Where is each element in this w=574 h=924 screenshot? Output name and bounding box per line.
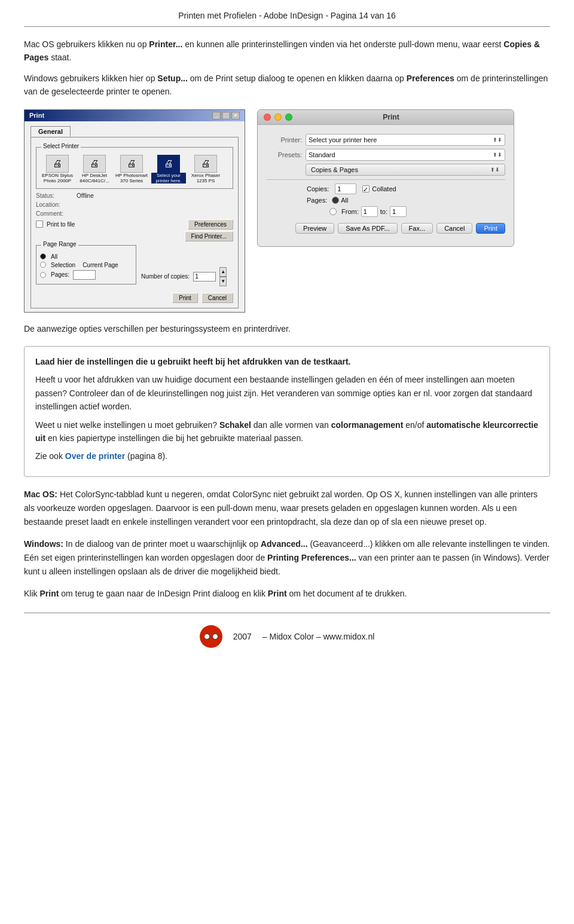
mac-copies-pages-row: Copies & Pages ⬆⬇ [266,164,505,176]
printer-item-5[interactable]: 🖨 Xerox Phaser 1235 PS [188,155,223,183]
macos-section: Mac OS: Het ColorSync-tabblad kunt u neg… [24,488,550,529]
mac-printer-select[interactable]: Select your printer here ⬆⬇ [306,134,505,146]
win-status-val: Offline [77,192,94,199]
printer-name-3: HP Photosmart 370 Series [114,173,149,183]
printer-name-4: Select your printer here. [151,173,186,183]
intro-preferences-bold: Preferences [407,74,454,83]
mac-copies-pages-val: Copies & Pages [311,166,358,173]
win-panel: Select Printer 🖨 EPSON Stylus Photo 2000… [30,137,239,308]
win-copies-up-btn[interactable]: ▲ [219,267,227,277]
info-schakel-bold: Schakel [219,420,251,430]
win-pages-input[interactable] [73,270,96,280]
mac-from-radio[interactable] [329,208,337,215]
footer-divider [24,613,550,613]
win-select-printer-group: Select Printer 🖨 EPSON Stylus Photo 2000… [36,147,233,189]
win-print-to-file-checkbox[interactable] [36,221,43,228]
mac-dialog-body: Printer: Select your printer here ⬆⬇ Pre… [258,125,514,240]
win-pages-radio[interactable] [40,272,46,278]
win-minimize-btn[interactable]: _ [212,112,221,120]
printer-icon-2: 🖨 [83,155,106,173]
mac-from-label: From: [341,208,359,215]
win-all-radio[interactable] [40,253,46,259]
mac-from-to-row: From: to: [307,206,505,217]
printer-icon-1: 🖨 [46,155,69,173]
footer: 2007 – Midox Color – www.midox.nl [24,619,550,657]
windows-print-dialog: Print _ □ × General Select Printer [24,109,245,313]
win-cancel-btn[interactable]: Cancel [201,293,233,303]
win-action-btns-row: Print Cancel [36,293,233,303]
printer-item-3[interactable]: 🖨 HP Photosmart 370 Series [114,155,149,183]
printer-icons-row: 🖨 EPSON Stylus Photo 2000P 🖨 HP DeskJet … [40,155,229,183]
mac-all-label: All [341,197,348,204]
win-num-copies-row: Number of copies: ▲ ▼ [141,267,233,286]
windows-bold-label: Windows: [24,539,63,549]
mac-action-btns-row: Preview Save As PDF... Fax... Cancel Pri… [266,223,505,234]
win-dialog-title: Print [29,112,44,119]
mac-printer-label: Printer: [266,136,302,143]
mac-presets-row: Presets: Standard ⬆⬇ [266,149,505,161]
mac-close-btn[interactable] [264,114,271,121]
win-current-page-label: Current Page [83,262,118,268]
win-dialog-body: General Select Printer 🖨 EPSON Stylus Ph… [25,121,245,312]
mac-from-input[interactable] [361,206,378,217]
win-print-to-file-row: Print to file Preferences [36,219,233,230]
mac-all-radio[interactable]: All [332,197,348,204]
printer-icon-3: 🖨 [120,155,143,173]
mac-print-btn[interactable]: Print [476,223,505,234]
win-page-range-label: Page Range [41,241,78,247]
win-all-label: All [51,253,57,260]
mac-cancel-btn[interactable]: Cancel [436,223,472,234]
mac-fax-btn[interactable]: Fax... [401,223,433,234]
win-copies-down-btn[interactable]: ▼ [219,277,227,286]
logo-eyes [204,634,218,640]
dialogs-row: Print _ □ × General Select Printer [24,109,550,313]
win-print-to-file-label: Print to file [47,221,75,228]
mac-preview-btn[interactable]: Preview [295,223,334,234]
windows-printing-prefs-bold: Printing Preferences... [267,553,356,562]
mac-divider [266,179,505,180]
mac-presets-select[interactable]: Standard ⬆⬇ [306,149,505,161]
midox-logo-icon [200,625,222,648]
mac-save-as-pdf-btn[interactable]: Save As PDF... [338,223,397,234]
logo-eye-left [204,634,210,640]
dialogs-caption: De aanwezige opties verschillen per best… [24,322,550,335]
win-num-copies-spinners: ▲ ▼ [219,267,227,286]
mac-copies-input[interactable] [335,183,356,194]
mac-pages-input-row: Pages: All [307,197,505,204]
win-preferences-btn[interactable]: Preferences [188,219,233,230]
printer-name-2: HP DeskJet 840C/841C/... [77,173,112,183]
printer-name-5: Xerox Phaser 1235 PS [188,173,223,183]
windows-section: Windows: In de dialoog van de printer mo… [24,537,550,579]
win-status-row: Status: Offline [36,192,233,199]
win-page-range-group: Page Range All Selection Current Page [36,245,136,284]
win-pages-label: Pages: [51,271,69,278]
mac-to-label: to: [380,208,387,215]
win-close-btn[interactable]: × [231,112,240,120]
win-print-btn[interactable]: Print [172,293,198,303]
mac-to-input[interactable] [390,206,407,217]
win-find-printer-btn[interactable]: Find Printer... [185,231,233,241]
intro-copies-pages-bold: Copies & Pages [24,39,540,62]
win-copies-section: Number of copies: ▲ ▼ [141,245,233,288]
mac-minimize-btn[interactable] [274,114,282,121]
win-comment-row: Comment: [36,210,233,217]
mac-copies-pages-btn[interactable]: Copies & Pages ⬆⬇ [306,164,505,176]
page-title: Printen met Profielen - Adobe InDesign -… [178,11,395,20]
printer-item-1[interactable]: 🖨 EPSON Stylus Photo 2000P [40,155,75,183]
win-selection-radio[interactable] [40,262,46,268]
info-over-de-printer-link[interactable]: Over de printer [65,451,125,461]
win-tab-general[interactable]: General [30,126,71,137]
mac-collated-label: ✓ Collated [362,185,396,192]
info-colormanagement-bold: colormanagement [331,420,404,430]
win-pages-radio-row: Pages: [40,270,132,280]
win-maximize-btn[interactable]: □ [222,112,230,120]
info-box-para3: Zie ook Over de printer (pagina 8). [35,449,539,463]
mac-maximize-btn[interactable] [285,114,292,121]
intro-printer-bold: Printer... [149,39,182,49]
printer-item-2[interactable]: 🖨 HP DeskJet 840C/841C/... [77,155,112,183]
printer-item-4-selected[interactable]: 🖨 Select your printer here. [151,155,186,183]
windows-advanced-bold: Advanced... [261,539,308,549]
mac-collated-checkbox[interactable]: ✓ [362,185,370,192]
win-num-copies-input[interactable] [193,272,216,282]
win-num-copies-label: Number of copies: [141,273,190,280]
